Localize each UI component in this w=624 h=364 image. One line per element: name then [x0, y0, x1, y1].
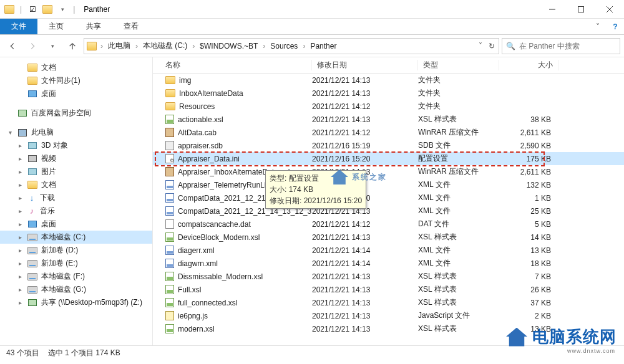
tree-item[interactable]: ▸共享 (\\Desktop-m5mqp3f) (Z:)	[0, 296, 152, 309]
file-row[interactable]: Dissmissable_Modern.xsl2021/12/21 14:13X…	[153, 270, 624, 283]
crumb-panther[interactable]: Panther	[308, 41, 339, 52]
file-row[interactable]: Resources2021/12/21 14:12文件夹	[153, 100, 624, 113]
refresh-icon[interactable]: ↻	[487, 42, 496, 50]
network-icon	[17, 108, 27, 118]
file-name: Appraiser_Data.ini	[178, 155, 240, 163]
file-row[interactable]: appraiser.sdb2021/12/16 15:19SDB 文件2,590…	[153, 139, 624, 152]
tree-item[interactable]: ▸桌面	[0, 218, 152, 231]
tree-item[interactable]: ▸↓下载	[0, 191, 152, 204]
file-row[interactable]: Appraiser_Data.ini2021/12/16 15:20配置设置17…	[153, 152, 624, 165]
file-row[interactable]: CompatData_2021_12_21_14_13_12_3...2021/…	[153, 204, 624, 218]
file-row[interactable]: ie6png.js2021/12/21 14:13JavaScript 文件2 …	[153, 309, 624, 322]
tree-label: 桌面	[41, 89, 56, 99]
crumb-c[interactable]: 本地磁盘 (C:)	[140, 39, 190, 52]
tree-item[interactable]: 百度网盘同步空间	[0, 107, 152, 120]
back-button[interactable]	[4, 37, 21, 55]
checkbox-icon[interactable]: ☑	[26, 2, 39, 16]
file-tab[interactable]: 文件	[0, 19, 37, 34]
file-row[interactable]: InboxAlternateData2021/12/21 14:13文件夹	[153, 87, 624, 100]
tree-item[interactable]: ▸3D 对象	[0, 139, 152, 152]
search-box[interactable]: 🔍	[502, 38, 620, 54]
file-row[interactable]: AltData.cab2021/12/21 14:12WinRAR 压缩文件2,…	[153, 126, 624, 139]
drive-icon	[27, 259, 37, 269]
folder-icon	[27, 76, 37, 86]
expand-icon[interactable]: ▸	[16, 221, 24, 228]
file-row[interactable]: Appraiser_InboxAlternateData.cab2021/12/…	[153, 165, 624, 178]
chevron-right-icon[interactable]: ›	[99, 42, 104, 50]
file-row[interactable]: actionable.xsl2021/12/21 14:13XSL 样式表38 …	[153, 113, 624, 126]
chevron-right-icon[interactable]: ›	[134, 42, 139, 50]
tree-item[interactable]: ▸图片	[0, 165, 152, 178]
expand-icon[interactable]: ▸	[16, 286, 24, 293]
crumb-sources[interactable]: Sources	[268, 41, 300, 52]
tree-label: 视频	[41, 153, 56, 164]
address-bar[interactable]: › 此电脑 › 本地磁盘 (C:) › $WINDOWS.~BT › Sourc…	[84, 38, 499, 54]
file-row[interactable]: Full.xsl2021/12/21 14:13XSL 样式表26 KB	[153, 283, 624, 296]
chevron-right-icon[interactable]: ›	[301, 42, 306, 50]
tab-view[interactable]: 查看	[112, 19, 150, 34]
file-date: 2021/12/21 14:12	[312, 220, 418, 229]
tree-item[interactable]: ▸本地磁盘 (F:)	[0, 270, 152, 283]
crumb-winbt[interactable]: $WINDOWS.~BT	[197, 41, 260, 52]
expand-icon[interactable]: ▸	[16, 181, 24, 188]
expand-icon[interactable]: ▸	[16, 208, 24, 214]
tree-item[interactable]: 桌面	[0, 87, 152, 100]
tree-item[interactable]: 文档	[0, 61, 152, 74]
tree-item[interactable]: ▸新加卷 (D:)	[0, 244, 152, 257]
tree-item[interactable]: ▸文档	[0, 178, 152, 191]
expand-icon[interactable]: ▸	[16, 155, 24, 162]
file-name: appraiser.sdb	[178, 141, 223, 150]
col-type[interactable]: 类型	[418, 60, 499, 70]
file-row[interactable]: compatscancache.dat2021/12/21 14:12DAT 文…	[153, 218, 624, 231]
file-row[interactable]: diagerr.xml2021/12/21 14:14XML 文件13 KB	[153, 244, 624, 257]
qat-dropdown-icon[interactable]: ▾	[56, 2, 69, 16]
close-button[interactable]	[595, 0, 624, 19]
file-date: 2021/12/21 14:14	[312, 246, 418, 255]
help-icon[interactable]: ?	[607, 19, 624, 34]
recent-dropdown-icon[interactable]: ▾	[44, 37, 61, 55]
tree-item[interactable]: ▸♪音乐	[0, 204, 152, 218]
up-button[interactable]	[64, 37, 81, 55]
forward-button[interactable]	[24, 37, 41, 55]
expand-icon[interactable]: ▸	[16, 142, 24, 149]
file-type: WinRAR 压缩文件	[418, 127, 499, 138]
file-row[interactable]: Appraiser_TelemetryRunList.xmlXML 文件132 …	[153, 178, 624, 191]
tree-item[interactable]: ▸本地磁盘 (C:)	[0, 231, 152, 244]
file-row[interactable]: full_connected.xsl2021/12/21 14:13XSL 样式…	[153, 296, 624, 309]
crumb-this-pc[interactable]: 此电脑	[105, 39, 133, 52]
folder-icon	[165, 89, 175, 97]
expand-icon[interactable]: ▸	[16, 247, 24, 254]
expand-icon[interactable]: ▸	[16, 234, 24, 241]
tab-share[interactable]: 共享	[75, 19, 112, 34]
tree-item[interactable]: ▸本地磁盘 (G:)	[0, 283, 152, 296]
tab-home[interactable]: 主页	[37, 19, 75, 34]
tree-item[interactable]: 文件同步(1)	[0, 74, 152, 87]
file-row[interactable]: DeviceBlock_Modern.xsl2021/12/21 14:13XS…	[153, 231, 624, 244]
tree-label: 新加卷 (D:)	[41, 245, 78, 256]
expand-icon[interactable]: ▸	[16, 260, 24, 267]
tree-item[interactable]: ▸新加卷 (E:)	[0, 257, 152, 270]
expand-icon[interactable]: ▸	[16, 194, 24, 201]
expand-icon[interactable]: ▸	[16, 273, 24, 280]
col-size[interactable]: 大小	[499, 60, 558, 70]
minimize-button[interactable]	[538, 0, 567, 19]
video-icon	[27, 154, 37, 164]
expand-icon[interactable]: ▾	[6, 129, 14, 136]
expand-icon[interactable]: ▸	[16, 299, 24, 306]
file-size: 18 KB	[499, 259, 558, 268]
tree-item[interactable]: ▾此电脑	[0, 126, 152, 139]
file-row[interactable]: CompatData_2021_12_21_14_13_08...2021/12…	[153, 191, 624, 204]
chevron-right-icon[interactable]: ›	[191, 42, 196, 50]
ribbon-expand-icon[interactable]: ˅	[589, 19, 607, 34]
chevron-right-icon[interactable]: ›	[261, 42, 266, 50]
file-row[interactable]: img2021/12/21 14:13文件夹	[153, 74, 624, 87]
col-name[interactable]: 名称	[153, 60, 312, 70]
col-date[interactable]: 修改日期	[312, 60, 418, 70]
search-input[interactable]	[519, 42, 616, 50]
address-dropdown-icon[interactable]: ˅	[477, 42, 484, 50]
expand-icon[interactable]: ▸	[16, 168, 24, 175]
file-row[interactable]: diagwrn.xml2021/12/21 14:14XML 文件18 KB	[153, 257, 624, 270]
maximize-button[interactable]	[567, 0, 595, 19]
tree-item[interactable]: ▸视频	[0, 152, 152, 165]
file-name: AltData.cab	[178, 128, 217, 137]
